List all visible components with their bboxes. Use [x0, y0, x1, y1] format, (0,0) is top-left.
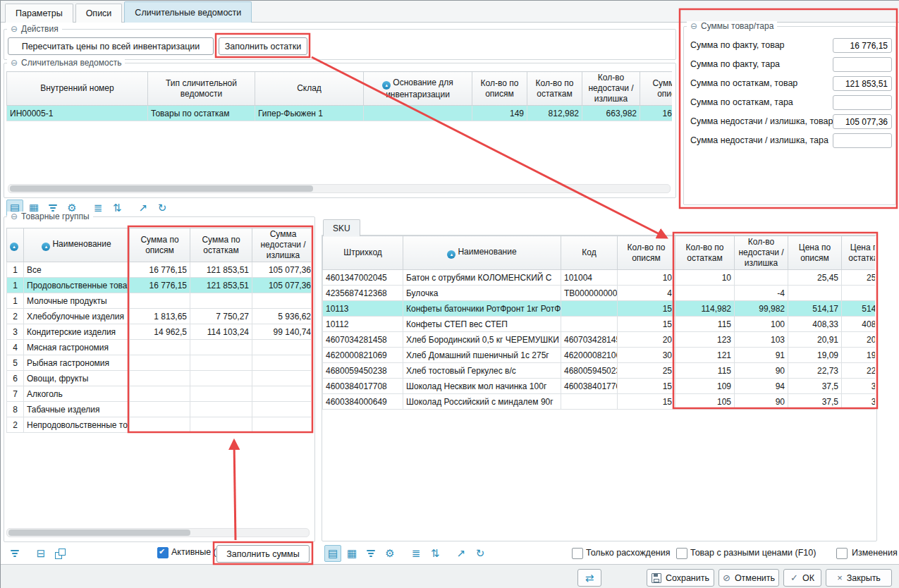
col-qty-stock[interactable]: Кол-во по остаткам: [527, 72, 582, 106]
sort-list-icon[interactable]: ⇅: [427, 545, 444, 562]
view-grid-icon[interactable]: ▦: [343, 545, 360, 562]
group-row[interactable]: 4Мясная гастрономия: [7, 340, 312, 355]
sort-asc-icon: ▴: [382, 81, 391, 90]
groups-horizontal-scrollbar[interactable]: [6, 528, 310, 537]
close-button[interactable]: × Закрыть: [826, 569, 892, 587]
col-statement-type[interactable]: Тип сличительной ведомости: [148, 72, 255, 106]
gear-icon[interactable]: ⚙: [381, 545, 398, 562]
total-fact-goods-input[interactable]: [833, 38, 892, 53]
col-sku-qty-inventory[interactable]: Кол-во по описям: [618, 236, 675, 270]
group-row[interactable]: 3Кондитерские изделия14 962,5114 103,249…: [7, 324, 312, 340]
only-discrepancies-checkbox[interactable]: [572, 548, 583, 559]
group-row[interactable]: 6Овощи, фрукты: [7, 371, 312, 386]
col-barcode[interactable]: Штрихкод: [323, 236, 403, 270]
export-icon[interactable]: ↗: [453, 545, 470, 562]
total-stock-goods-label: Сумма по остаткам, товар: [690, 76, 797, 91]
recalc-prices-button[interactable]: Пересчитать цены по всей инвентаризации: [8, 37, 214, 55]
group-row[interactable]: 2Непродовольственные товары: [7, 417, 312, 433]
cascade-windows-icon[interactable]: [51, 545, 68, 562]
total-fact-tare-label: Сумма по факту, тара: [690, 57, 780, 72]
col-group-sum-shortage[interactable]: Сумма недостачи / излишка: [252, 228, 312, 262]
col-basis[interactable]: ▴Основание для инвентаризации: [364, 72, 472, 106]
collapse-group-icon[interactable]: ⊖: [11, 24, 18, 35]
tab-inventories[interactable]: Описи: [75, 4, 123, 23]
sku-row[interactable]: 4600384017708Шоколад Несквик мол начинка…: [323, 379, 876, 394]
group-row[interactable]: 1Продовольственные товары16 776,15121 85…: [7, 278, 312, 293]
group-row[interactable]: 7Алкоголь: [7, 386, 312, 402]
statement-row[interactable]: ИН00005-1 Товары по остаткам Гипер-Фьюже…: [7, 106, 673, 121]
total-shortage-tare-input[interactable]: [833, 133, 892, 148]
sku-row[interactable]: 4600384000649Шоколад Российский с миндал…: [323, 394, 876, 410]
group-row[interactable]: 2Хлебобулочные изделия1 813,657 750,275 …: [7, 309, 312, 324]
ok-button[interactable]: ✓ ОК: [783, 569, 821, 587]
col-group-name[interactable]: ▴Наименование: [24, 228, 130, 262]
total-shortage-goods-input[interactable]: [833, 114, 892, 129]
refresh-icon[interactable]: ↻: [472, 545, 489, 562]
col-sku-qty-stock[interactable]: Кол-во по остаткам: [675, 236, 735, 270]
sku-row[interactable]: 4620000821069Хлеб Домашний пшеничный 1с …: [323, 348, 876, 363]
diff-prices-checkbox[interactable]: [676, 548, 687, 559]
col-sum-inventory[interactable]: Сумма по описям: [640, 72, 673, 106]
group-row[interactable]: 5Рыбная гастрономия: [7, 355, 312, 371]
fill-remainders-button[interactable]: Заполнить остатки: [219, 37, 307, 55]
cancel-button[interactable]: ⊘ Отменить: [718, 569, 779, 587]
refresh-button[interactable]: ⇄: [577, 569, 601, 587]
col-sku-name[interactable]: ▴Наименование: [403, 236, 561, 270]
statement-table: Внутренний номер Тип сличительной ведомо…: [6, 71, 672, 121]
col-qty-shortage[interactable]: Кол-во недостачи / излишка: [582, 72, 640, 106]
col-warehouse[interactable]: Склад: [255, 72, 364, 106]
col-sku-price-inventory[interactable]: Цена по описям: [788, 236, 842, 270]
col-qty-inventory[interactable]: Кол-во по описям: [472, 72, 527, 106]
tab-bar: Параметры Описи Сличительные ведомости: [1, 1, 899, 23]
numbered-list-icon[interactable]: ≣: [408, 545, 424, 562]
statement-group-title: Сличительная ведомость: [21, 58, 121, 68]
sku-row[interactable]: 4235687412368БулочкаТВ0000000004-4: [323, 286, 876, 301]
total-stock-goods-input[interactable]: [833, 76, 892, 91]
col-sku-qty-shortage[interactable]: Кол-во недостачи / излишка: [735, 236, 788, 270]
sku-row[interactable]: 10113Конфеты батончики РотФронт 1кг РотФ…: [323, 301, 876, 317]
groups-bottom-toolbar: ⊟: [6, 545, 68, 562]
changes-checkbox[interactable]: [836, 548, 848, 559]
col-code[interactable]: Код: [561, 236, 618, 270]
scrollbar-thumb[interactable]: [8, 529, 190, 536]
sku-row[interactable]: 4601347002045Батон с отрубями КОЛОМЕНСКИ…: [323, 270, 876, 286]
check-icon: ✓: [790, 573, 798, 582]
group-row[interactable]: 1Все16 776,15121 853,51105 077,36: [7, 262, 312, 278]
scrollbar-thumb[interactable]: [10, 185, 313, 192]
tab-comparison-statements[interactable]: Сличительные ведомости: [124, 1, 252, 23]
group-row[interactable]: 8Табачные изделия: [7, 402, 312, 417]
view-details-icon[interactable]: ▤: [324, 545, 341, 562]
col-internal-number[interactable]: Внутренний номер: [7, 72, 148, 106]
export-icon[interactable]: ↗: [135, 200, 152, 216]
save-button[interactable]: Сохранить: [647, 569, 714, 587]
filter-bars: [49, 204, 57, 212]
active-f5-checkbox[interactable]: [157, 547, 169, 558]
fill-sums-button[interactable]: Заполнить суммы: [216, 545, 310, 563]
total-stock-tare-input[interactable]: [833, 95, 892, 110]
filter-icon[interactable]: [362, 545, 379, 562]
tab-parameters[interactable]: Параметры: [5, 4, 73, 23]
filter-icon[interactable]: [6, 545, 23, 562]
collapse-group-icon[interactable]: ⊖: [11, 58, 18, 68]
only-discrepancies-label: Только расхождения: [586, 547, 671, 558]
col-sku-price-stock[interactable]: Цена по остаткам: [842, 236, 876, 270]
total-fact-tare-input[interactable]: [833, 57, 892, 72]
changes-label: Изменения: [852, 547, 898, 558]
sort-list-icon[interactable]: ⇅: [109, 200, 126, 216]
refresh-icon[interactable]: ↻: [154, 200, 171, 216]
statement-horizontal-scrollbar[interactable]: [8, 184, 671, 193]
col-group-sum-inventory[interactable]: Сумма по описям: [130, 228, 190, 262]
collapse-group-icon[interactable]: ⊖: [690, 21, 697, 32]
sku-row[interactable]: 4607034281458Хлеб Бородинский 0,5 кг ЧЕР…: [323, 332, 876, 348]
collapse-rows-icon[interactable]: ⊟: [32, 545, 49, 562]
sku-row[interactable]: 10112Конфеты СТЕП вес СТЕП15115100408,33…: [323, 317, 876, 332]
total-shortage-goods-label: Сумма недостачи / излишка, товар: [690, 114, 833, 129]
group-row[interactable]: 1Молочные продукты: [7, 293, 312, 309]
tab-sku[interactable]: SKU: [323, 219, 360, 236]
col-group-sum-stock[interactable]: Сумма по остаткам: [190, 228, 252, 262]
collapse-group-icon[interactable]: ⊖: [11, 212, 18, 222]
groups-table-viewport: ▴ ▴Наименование Сумма по описям Сумма по…: [6, 228, 311, 496]
filter-bars: [11, 550, 19, 557]
sku-row[interactable]: 4680059450238Хлеб тостовый Геркулес в/с4…: [323, 363, 876, 379]
col-group-number[interactable]: ▴: [7, 228, 24, 262]
